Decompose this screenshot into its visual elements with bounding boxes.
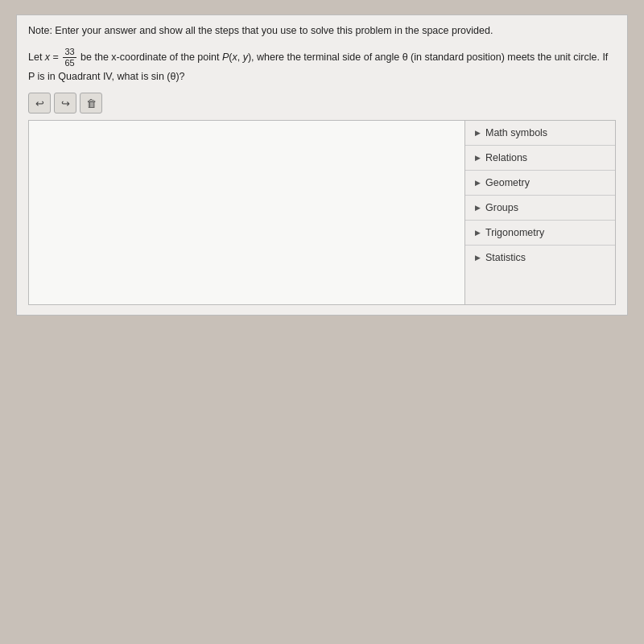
delete-icon: 🗑 <box>86 97 97 109</box>
fraction: 33 65 <box>63 47 76 68</box>
toolbar: ↩ ↪ 🗑 <box>28 93 616 114</box>
symbol-label-relations: Relations <box>485 152 527 163</box>
symbol-item-groups[interactable]: ▶ Groups <box>465 196 615 221</box>
symbol-label-geometry: Geometry <box>485 177 530 188</box>
symbol-label-statistics: Statistics <box>485 252 526 263</box>
undo-button[interactable]: ↩ <box>28 93 51 114</box>
delete-button[interactable]: 🗑 <box>80 93 102 114</box>
symbol-item-math[interactable]: ▶ Math symbols <box>465 121 615 146</box>
answer-input-box[interactable] <box>28 120 464 305</box>
symbol-item-statistics[interactable]: ▶ Statistics <box>465 246 615 270</box>
symbol-panel: ▶ Math symbols ▶ Relations ▶ Geometry ▶ … <box>464 120 616 305</box>
problem-intro: Let <box>28 52 45 63</box>
problem-text: Let x = 33 65 be the x-coordinate of the… <box>28 47 616 85</box>
symbol-label-math: Math symbols <box>485 127 547 138</box>
note-section: Note: Enter your answer and show all the… <box>16 14 628 316</box>
problem-rest: be the x-coordinate of the point P(x, y)… <box>28 52 608 82</box>
symbol-item-geometry[interactable]: ▶ Geometry <box>465 171 615 196</box>
numerator: 33 <box>63 47 76 58</box>
undo-icon: ↩ <box>35 97 44 109</box>
denominator: 65 <box>63 58 76 68</box>
variable-x: x <box>45 52 50 63</box>
chevron-right-icon: ▶ <box>475 254 481 262</box>
chevron-right-icon: ▶ <box>475 179 481 187</box>
symbol-label-groups: Groups <box>485 202 518 213</box>
redo-icon: ↪ <box>61 97 70 109</box>
chevron-right-icon: ▶ <box>475 129 481 137</box>
chevron-right-icon: ▶ <box>475 229 481 237</box>
page-wrapper: Note: Enter your answer and show all the… <box>0 0 644 644</box>
symbol-label-trigonometry: Trigonometry <box>485 227 544 238</box>
editor-area: ▶ Math symbols ▶ Relations ▶ Geometry ▶ … <box>28 120 616 305</box>
chevron-right-icon: ▶ <box>475 154 481 162</box>
problem-equals: = <box>53 52 62 63</box>
symbol-item-relations[interactable]: ▶ Relations <box>465 146 615 171</box>
redo-button[interactable]: ↪ <box>54 93 76 114</box>
symbol-item-trigonometry[interactable]: ▶ Trigonometry <box>465 221 615 246</box>
chevron-right-icon: ▶ <box>475 204 481 212</box>
note-text: Note: Enter your answer and show all the… <box>28 23 616 39</box>
